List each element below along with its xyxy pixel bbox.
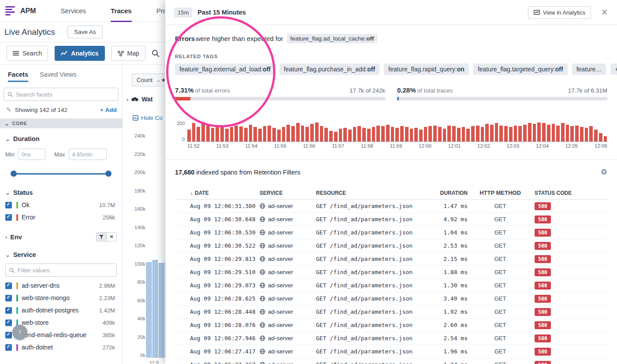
chart-bar[interactable] bbox=[490, 125, 494, 141]
slider-handle-min[interactable] bbox=[11, 171, 17, 177]
chart-bar[interactable] bbox=[518, 126, 522, 141]
chart-bar[interactable] bbox=[206, 126, 210, 141]
chart-bar[interactable] bbox=[343, 128, 347, 141]
chart-bar[interactable] bbox=[443, 129, 446, 141]
span-row[interactable]: Aug 09 12:06:29.510 ad-server GET /find_… bbox=[175, 266, 607, 279]
chart-bar[interactable] bbox=[339, 129, 342, 141]
chart-bar[interactable] bbox=[357, 126, 361, 141]
chart-bar[interactable] bbox=[476, 126, 479, 141]
span-row[interactable]: Aug 09 12:06:29.073 ad-server GET /find_… bbox=[175, 279, 607, 292]
chart-bar[interactable] bbox=[334, 132, 338, 141]
chart-bar[interactable] bbox=[282, 127, 286, 141]
chart-bar[interactable] bbox=[376, 126, 380, 141]
span-row[interactable]: Aug 09 12:06:27.267 ad-server GET /find_… bbox=[175, 358, 607, 364]
chart-bar[interactable] bbox=[187, 130, 191, 141]
span-row[interactable]: Aug 09 12:06:28.076 ad-server GET /find_… bbox=[175, 319, 607, 332]
chart-bar[interactable] bbox=[305, 127, 309, 141]
nav-item-services[interactable]: Services bbox=[61, 0, 86, 22]
facet-search-input[interactable] bbox=[16, 91, 115, 98]
span-row[interactable]: Aug 09 12:06:29.813 ad-server GET /find_… bbox=[175, 253, 607, 266]
chart-bar[interactable] bbox=[324, 128, 328, 141]
column-service[interactable]: SERVICE bbox=[260, 190, 316, 196]
chart-bar[interactable] bbox=[552, 124, 555, 141]
chart-bar[interactable] bbox=[395, 128, 399, 141]
duration-min-input[interactable] bbox=[18, 149, 45, 160]
chart-bar[interactable] bbox=[466, 129, 470, 141]
chart-bar[interactable] bbox=[372, 127, 375, 141]
chart-bar[interactable] bbox=[438, 127, 442, 141]
chart-bar[interactable] bbox=[234, 126, 238, 141]
chart-bar[interactable] bbox=[604, 136, 607, 141]
tab-facets[interactable]: Facets bbox=[8, 71, 28, 82]
related-tag-pill[interactable]: feature… bbox=[572, 63, 606, 75]
chart-bar[interactable] bbox=[424, 127, 427, 141]
chart-bar[interactable] bbox=[197, 127, 200, 141]
chart-bar[interactable] bbox=[220, 125, 224, 141]
tab-saved-views[interactable]: Saved Views bbox=[40, 71, 77, 82]
chart-bar[interactable] bbox=[556, 126, 560, 141]
chart-bar[interactable] bbox=[272, 128, 276, 141]
column-http-method[interactable]: HTTP METHOD bbox=[472, 189, 528, 196]
chart-bar[interactable] bbox=[570, 126, 574, 141]
chart-bar[interactable] bbox=[495, 123, 498, 141]
filter-icon[interactable] bbox=[96, 232, 107, 241]
span-row[interactable]: Aug 09 12:06:28.448 ad-server GET /find_… bbox=[175, 305, 607, 319]
chart-bar[interactable] bbox=[471, 126, 475, 141]
chart-bar[interactable] bbox=[258, 129, 262, 141]
chart-bar[interactable] bbox=[428, 126, 432, 141]
chart-bar[interactable] bbox=[386, 125, 390, 141]
scroll-to-top-button[interactable]: ↑ bbox=[12, 325, 27, 340]
search-icon[interactable] bbox=[152, 49, 160, 59]
span-row[interactable]: Aug 09 12:06:28.625 ad-server GET /find_… bbox=[175, 292, 607, 305]
chart-bar[interactable] bbox=[315, 123, 319, 141]
chart-bar[interactable] bbox=[320, 126, 323, 141]
chart-bar[interactable] bbox=[514, 126, 517, 141]
checkbox-checked[interactable] bbox=[5, 282, 12, 289]
chart-bar[interactable] bbox=[253, 127, 257, 141]
column-date[interactable]: ↓ DATE bbox=[190, 190, 260, 196]
chart-bar[interactable] bbox=[462, 127, 465, 141]
checkbox-checked[interactable] bbox=[5, 307, 12, 314]
view-in-analytics-button[interactable]: View in Analytics bbox=[528, 6, 591, 19]
tab-analytics[interactable]: Analytics bbox=[55, 46, 104, 61]
span-row[interactable]: Aug 09 12:06:30.522 ad-server GET /find_… bbox=[175, 239, 607, 253]
service-header[interactable]: ⌄ Service bbox=[5, 251, 117, 258]
service-row[interactable]: web-store-mongo 2.23M bbox=[5, 294, 117, 301]
chart-bar[interactable] bbox=[225, 129, 229, 141]
chart-bar[interactable] bbox=[286, 125, 290, 141]
chart-bar[interactable] bbox=[362, 128, 366, 141]
save-as-button[interactable]: Save As bbox=[67, 26, 103, 38]
chart-bar[interactable] bbox=[268, 126, 271, 141]
error-chart-plot[interactable] bbox=[187, 121, 607, 142]
chart-bar[interactable] bbox=[580, 127, 584, 141]
chart-bar[interactable] bbox=[575, 126, 579, 141]
chart-bar[interactable] bbox=[504, 126, 508, 141]
chart-bar[interactable] bbox=[447, 126, 451, 141]
chart-bar[interactable] bbox=[348, 130, 352, 141]
chart-bar[interactable] bbox=[230, 127, 234, 141]
watchdog-section[interactable]: › Wat bbox=[126, 96, 153, 103]
chart-bar[interactable] bbox=[533, 124, 536, 141]
chart-bar[interactable] bbox=[159, 263, 164, 357]
span-row[interactable]: Aug 09 12:06:31.380 ad-server GET /find_… bbox=[175, 200, 607, 213]
checkbox-checked[interactable] bbox=[5, 332, 12, 338]
service-row[interactable]: ad-server-dns 2.96M bbox=[5, 282, 117, 289]
status-row[interactable]: Error 256k bbox=[5, 214, 117, 221]
chart-bar[interactable] bbox=[414, 128, 418, 141]
service-filter-input[interactable] bbox=[18, 267, 113, 274]
chart-bar[interactable] bbox=[249, 125, 253, 141]
chart-bar[interactable] bbox=[291, 126, 295, 141]
tab-map[interactable]: Map bbox=[112, 46, 145, 61]
chart-bar[interactable] bbox=[353, 127, 357, 141]
chart-bar[interactable] bbox=[594, 130, 598, 141]
chart-bar[interactable] bbox=[296, 123, 300, 141]
chart-bar[interactable] bbox=[152, 260, 158, 357]
env-header[interactable]: › Env ✕ bbox=[5, 232, 117, 241]
chart-bar[interactable] bbox=[585, 128, 588, 141]
chart-bar[interactable] bbox=[433, 126, 437, 141]
column-status-code[interactable]: STATUS CODE bbox=[528, 190, 607, 196]
chart-bar[interactable] bbox=[405, 127, 409, 141]
chart-bar[interactable] bbox=[566, 125, 569, 141]
chart-bar[interactable] bbox=[244, 128, 248, 141]
related-tag-pill[interactable]: feature_flag.external_ad_load:off bbox=[175, 63, 275, 75]
